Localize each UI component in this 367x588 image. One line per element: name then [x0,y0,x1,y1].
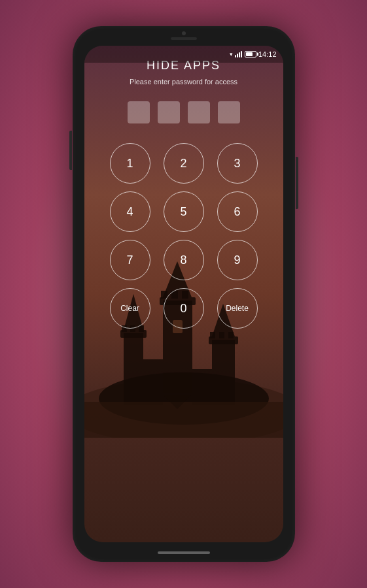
status-time: 14:12 [258,50,277,58]
phone-screen: ▾ 14:12 [84,46,283,542]
status-bar: ▾ 14:12 [84,46,283,63]
password-dot-1 [128,101,150,123]
key-9[interactable]: 9 [217,240,258,280]
password-dot-4 [218,101,240,123]
key-8[interactable]: 8 [164,240,204,280]
signal-icon [235,51,243,57]
svg-rect-23 [84,402,283,438]
password-dot-2 [158,101,180,123]
keypad-row-1: 1 2 3 [110,143,258,184]
speaker [171,37,197,40]
key-delete[interactable]: Delete [217,288,258,329]
key-5[interactable]: 5 [164,191,204,232]
home-indicator [158,551,210,554]
password-dot-3 [188,101,210,123]
key-0[interactable]: 0 [164,288,204,329]
svg-rect-2 [124,333,143,405]
svg-rect-15 [212,340,235,405]
keypad: 1 2 3 4 5 6 7 8 9 Clear 0 Delete [110,143,258,329]
key-1[interactable]: 1 [110,143,150,184]
phone-bottom [73,551,295,554]
key-3[interactable]: 3 [217,143,258,184]
key-4[interactable]: 4 [110,191,150,232]
svg-rect-22 [192,369,212,405]
app-subtitle: Please enter password for access [130,78,237,86]
keypad-row-4: Clear 0 Delete [110,288,258,329]
front-camera [182,31,186,35]
svg-rect-25 [163,372,192,393]
password-dots [128,101,240,123]
notch [171,26,197,40]
svg-rect-21 [143,359,163,405]
battery-icon [245,51,256,57]
key-2[interactable]: 2 [164,143,204,184]
key-7[interactable]: 7 [110,240,150,280]
key-6[interactable]: 6 [217,191,258,232]
lock-screen-content: HIDE APPS Please enter password for acce… [84,46,283,329]
wifi-icon: ▾ [230,51,233,57]
keypad-row-2: 4 5 6 [110,191,258,232]
status-icons: ▾ 14:12 [230,50,277,58]
phone-frame: ▾ 14:12 [73,26,295,562]
key-clear[interactable]: Clear [110,288,150,329]
keypad-row-3: 7 8 9 [110,240,258,280]
